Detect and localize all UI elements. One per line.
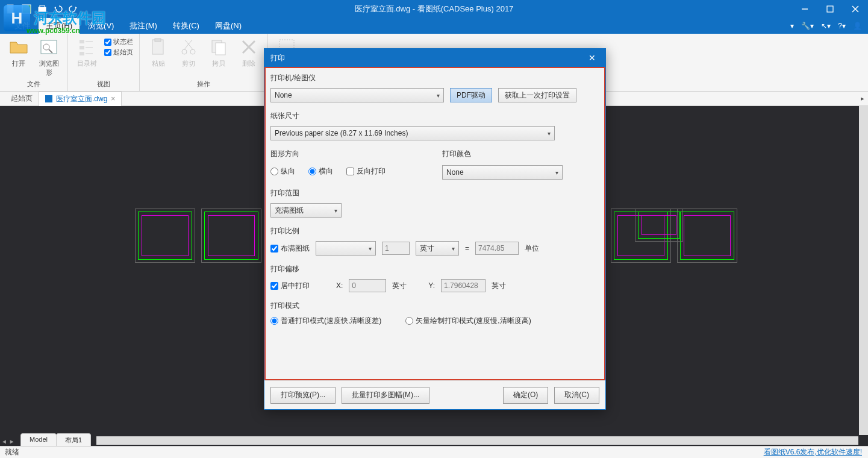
redo-icon[interactable]	[69, 4, 78, 14]
orient-reverse-checkbox[interactable]: 反向打印	[346, 166, 386, 177]
svg-rect-13	[80, 52, 84, 55]
scale-equals: =	[465, 244, 469, 253]
delete-button[interactable]: 删除	[236, 37, 261, 68]
tab-layout1[interactable]: 布局1	[56, 433, 91, 446]
statusbar-checkbox[interactable]: 状态栏	[104, 37, 133, 46]
scale-unit-label: 单位	[525, 243, 539, 254]
offset-y-unit: 英寸	[492, 281, 506, 291]
dialog-footer: 打印预览(P)... 批量打印多图幅(M)... 确定(O) 取消(C)	[264, 380, 605, 409]
cut-button[interactable]: 剪切	[176, 37, 201, 68]
offset-y-field[interactable]: 1.7960428	[441, 279, 486, 292]
dialog-body: 打印机/绘图仪 None PDF驱动 获取上一次打印设置 纸张尺寸 Previo…	[264, 67, 605, 380]
offset-x-label: X:	[336, 281, 343, 290]
offset-y-label: Y:	[428, 281, 435, 290]
doc-tab-start-label: 起始页	[11, 93, 33, 104]
tree-button[interactable]: 目录树	[74, 37, 99, 68]
menu-cloud[interactable]: 网盘(N)	[208, 18, 249, 34]
dialog-close-button[interactable]: ✕	[585, 53, 599, 63]
menu-convert[interactable]: 转换(C)	[166, 18, 207, 34]
print-dialog: 打印 ✕ 打印机/绘图仪 None PDF驱动 获取上一次打印设置 纸张尺寸 P…	[264, 48, 606, 410]
close-button[interactable]	[843, 0, 868, 18]
scale-value-field[interactable]: 7474.85	[475, 242, 519, 255]
layout-tabs: Model 布局1	[20, 433, 90, 446]
minimize-button[interactable]	[792, 0, 817, 18]
window-controls	[792, 0, 868, 18]
tab-nav-arrows[interactable]: ◄ ►	[1, 438, 15, 445]
paste-label: 粘贴	[152, 60, 165, 67]
svg-rect-11	[80, 40, 84, 43]
menu-home[interactable]: 主页(H)	[39, 18, 80, 34]
fill-paper-checkbox[interactable]: 布满图纸	[270, 243, 310, 254]
delete-icon	[239, 37, 258, 57]
tabs-overflow-icon[interactable]: ▸	[861, 95, 864, 102]
section-scale: 打印比例 布满图纸 1 英寸 = 7474.85 单位	[270, 226, 599, 256]
ribbon-group-view-label: 视图	[74, 78, 133, 89]
mode-vector-radio[interactable]: 矢量绘制打印模式(速度慢,清晰度高)	[405, 316, 531, 326]
new-icon[interactable]	[6, 4, 16, 14]
caret-down-icon[interactable]: ▾	[790, 22, 794, 30]
horizontal-scrollbar[interactable]	[96, 436, 858, 445]
tab-model[interactable]: Model	[20, 433, 57, 446]
dwg-file-icon	[45, 95, 52, 102]
section-range: 打印范围 充满图纸	[270, 188, 599, 218]
svg-rect-1	[22, 5, 31, 13]
doc-tab-start[interactable]: 起始页	[5, 92, 39, 105]
offset-x-field[interactable]: 0	[349, 279, 386, 292]
svg-rect-0	[7, 5, 13, 13]
close-tab-icon[interactable]: ×	[111, 95, 115, 103]
menu-annotate[interactable]: 批注(M)	[122, 18, 164, 34]
open-label: 打开	[12, 60, 25, 67]
color-combo[interactable]: None	[442, 165, 563, 180]
menu-browse[interactable]: 浏览(V)	[81, 18, 121, 34]
ribbon-group-view: 目录树 状态栏 起始页 视图	[68, 34, 140, 91]
paper-combo[interactable]: Previous paper size (8.27 x 11.69 Inches…	[270, 126, 555, 140]
print-preview-button[interactable]: 打印预览(P)...	[270, 387, 336, 404]
undo-icon[interactable]	[53, 4, 63, 14]
ribbon-group-file: 打开 浏览图形 文件	[0, 34, 68, 91]
orient-portrait-radio[interactable]: 纵向	[270, 166, 295, 177]
title-bar: 医疗室立面.dwg - 看图纸(CADSee Plus) 2017	[0, 0, 868, 18]
cancel-button[interactable]: 取消(C)	[554, 387, 599, 404]
pdf-driver-button[interactable]: PDF驱动	[450, 88, 492, 102]
range-combo[interactable]: 充满图纸	[270, 203, 342, 218]
scale-section-title: 打印比例	[270, 226, 599, 236]
menu-right: ▾ 🔧▾ ↖▾ ?▾ 👤	[790, 22, 862, 30]
copy-button[interactable]: 拷贝	[206, 37, 231, 68]
cursor-icon[interactable]: ↖▾	[821, 22, 831, 30]
last-settings-button[interactable]: 获取上一次打印设置	[498, 88, 576, 102]
scale-numerator-field[interactable]: 1	[382, 242, 410, 255]
cut-icon	[179, 37, 198, 57]
status-bar: 就绪 看图纸V6.6发布,优化软件速度!	[0, 446, 868, 458]
wrench-icon[interactable]: 🔧▾	[801, 22, 814, 30]
scale-preset-combo[interactable]	[316, 241, 376, 256]
paste-button[interactable]: 粘贴	[146, 37, 171, 68]
window-title: 医疗室立面.dwg - 看图纸(CADSee Plus) 2017	[355, 4, 514, 14]
print-icon[interactable]	[37, 4, 47, 14]
vertical-scrollbar[interactable]	[859, 106, 868, 435]
paper-section-title: 纸张尺寸	[270, 111, 599, 121]
mode-normal-radio[interactable]: 普通打印模式(速度快,清晰度差)	[270, 316, 381, 326]
section-paper: 纸张尺寸 Previous paper size (8.27 x 11.69 I…	[270, 111, 599, 140]
ribbon-group-edit-label: 操作	[146, 78, 261, 89]
doc-tab-active[interactable]: 医疗室立面.dwg ×	[39, 92, 122, 106]
menu-file[interactable]: 文件	[7, 18, 37, 34]
printer-combo[interactable]: None	[270, 88, 444, 102]
svg-line-21	[184, 40, 192, 49]
startpage-checkbox[interactable]: 起始页	[104, 48, 133, 57]
open-button[interactable]: 打开	[6, 37, 31, 68]
browse-button[interactable]: 浏览图形	[36, 37, 61, 77]
center-print-checkbox[interactable]: 居中打印	[270, 281, 310, 291]
status-link[interactable]: 看图纸V6.6发布,优化软件速度!	[764, 447, 862, 457]
tree-label: 目录树	[77, 60, 97, 67]
folder-open-icon	[9, 37, 28, 57]
save-icon[interactable]	[22, 4, 31, 14]
batch-print-button[interactable]: 批量打印多图幅(M)...	[342, 387, 429, 404]
ok-button[interactable]: 确定(O)	[503, 387, 548, 404]
orient-landscape-radio[interactable]: 横向	[308, 166, 333, 177]
scale-unit-combo[interactable]: 英寸	[416, 241, 459, 256]
user-icon[interactable]: 👤	[853, 22, 862, 30]
ribbon-group-edit: 粘贴 剪切 拷贝 删除 操作	[140, 34, 268, 91]
maximize-button[interactable]	[817, 0, 843, 18]
svg-rect-24	[216, 43, 225, 55]
help-icon[interactable]: ?▾	[838, 22, 846, 30]
